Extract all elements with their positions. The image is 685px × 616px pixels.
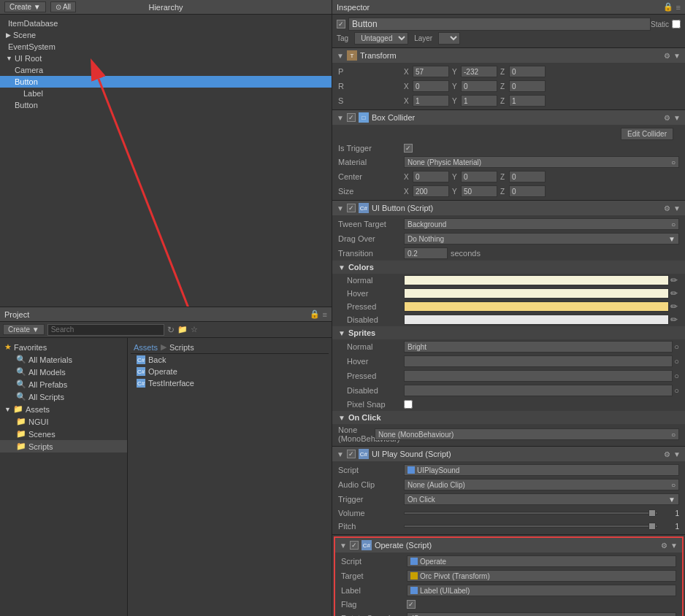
drag-over-dropdown[interactable]: Do Nothing ▼ [404, 233, 679, 245]
ui-button-header[interactable]: ▼ C# UI Button (Script) ⚙ ▼ [332, 201, 685, 215]
notify-dropdown[interactable]: None (MonoBehaviour) ○ [375, 428, 679, 440]
static-checkbox[interactable] [672, 20, 681, 28]
more-icon[interactable]: ▼ [673, 52, 681, 60]
colors-arrow[interactable]: ▼ [338, 263, 345, 272]
sprite-pressed-dropdown[interactable] [404, 370, 673, 382]
sprite-hover-dropdown[interactable] [404, 355, 673, 367]
hierarchy-item[interactable]: Button [0, 99, 332, 111]
trigger-dropdown[interactable]: On Click ▼ [404, 493, 679, 505]
script-field[interactable]: UIPlaySound [404, 464, 679, 476]
all-models-item[interactable]: 🔍 All Models [0, 366, 127, 378]
folder-icon[interactable]: 📁 [177, 325, 188, 334]
pitch-slider[interactable] [404, 525, 658, 528]
active-checkbox[interactable] [337, 20, 345, 28]
playsound-active-checkbox[interactable] [347, 450, 356, 458]
breadcrumb-assets[interactable]: Assets [134, 343, 158, 352]
all-materials-item[interactable]: 🔍 All Materials [0, 353, 127, 366]
pressed-color-swatch[interactable] [404, 301, 669, 312]
scenes-item[interactable]: 📁 Scenes [0, 428, 127, 440]
hierarchy-item[interactable]: EventSystem [0, 41, 332, 53]
tag-dropdown[interactable]: Untagged [354, 32, 408, 45]
size-x-input[interactable] [413, 185, 449, 197]
ngui-item[interactable]: 📁 NGUI [0, 415, 127, 428]
box-collider-header[interactable]: ▼ □ Box Collider ⚙ ▼ [332, 110, 685, 125]
edit-collider-button[interactable]: Edit Collider [621, 128, 673, 140]
pos-y-input[interactable] [461, 66, 497, 77]
center-x-input[interactable] [413, 171, 449, 182]
operate-script-field[interactable]: Operate [407, 555, 676, 567]
ui-play-sound-header[interactable]: ▼ C# UI Play Sound (Script) ⚙ ▼ [332, 447, 685, 461]
normal-color-swatch[interactable] [404, 275, 669, 285]
hierarchy-item[interactable]: Camera [0, 64, 332, 76]
onclick-arrow[interactable]: ▼ [338, 414, 345, 422]
menu-icon[interactable]: ≡ [676, 3, 681, 12]
hierarchy-item-button-selected[interactable]: Button [0, 76, 332, 88]
settings-icon[interactable]: ⚙ [664, 52, 670, 60]
disabled-color-swatch[interactable] [404, 315, 669, 325]
volume-slider[interactable] [404, 512, 658, 515]
audioclip-dropdown[interactable]: None (Audio Clip) ○ [404, 479, 679, 490]
size-z-input[interactable] [509, 185, 546, 197]
transition-input[interactable] [404, 247, 448, 259]
collider-active-checkbox[interactable] [347, 113, 356, 122]
rot-z-input[interactable] [509, 80, 546, 92]
size-y-input[interactable] [461, 185, 497, 197]
more-icon[interactable]: ▼ [673, 204, 681, 212]
more-icon[interactable]: ▼ [670, 542, 678, 550]
scripts-item[interactable]: 📁 Scripts [0, 440, 127, 453]
center-z-input[interactable] [509, 171, 546, 182]
star-icon[interactable]: ☆ [191, 325, 198, 334]
create-button[interactable]: Create ▼ [4, 1, 46, 12]
operate-active-checkbox[interactable] [350, 541, 359, 550]
flag-checkbox[interactable] [407, 600, 416, 609]
rotate-speed-input[interactable] [407, 612, 676, 616]
settings-icon[interactable]: ⚙ [664, 114, 670, 122]
pressed-color-edit[interactable]: ✏ [669, 301, 679, 312]
pixel-snap-checkbox[interactable] [404, 400, 413, 409]
hierarchy-item[interactable]: Label [0, 88, 332, 99]
operate-header[interactable]: ▼ C# Operate (Script) ⚙ ▼ [335, 538, 682, 553]
sprite-normal-dropdown[interactable]: Bright [404, 341, 673, 353]
tween-target-dropdown[interactable]: Background ○ [404, 218, 679, 230]
layer-dropdown[interactable] [438, 32, 460, 45]
all-prefabs-item[interactable]: 🔍 All Prefabs [0, 378, 127, 390]
settings-icon[interactable]: ⚙ [664, 450, 670, 458]
settings-icon[interactable]: ⚙ [661, 542, 667, 550]
hierarchy-item[interactable]: ▶ Scene [0, 29, 332, 41]
file-item-operate[interactable]: C# Operate [131, 366, 329, 377]
transform-header[interactable]: ▼ T Transform ⚙ ▼ [332, 48, 685, 63]
breadcrumb-scripts[interactable]: Scripts [169, 343, 194, 352]
more-icon[interactable]: ≡ [323, 310, 327, 319]
normal-color-edit[interactable]: ✏ [669, 275, 679, 285]
all-button[interactable]: ⊙ All [50, 1, 76, 12]
lock-icon[interactable]: 🔒 [663, 2, 673, 12]
hierarchy-item[interactable]: ▼ UI Root [0, 53, 332, 64]
lock-icon[interactable]: 🔒 [310, 309, 320, 319]
rot-x-input[interactable] [413, 80, 449, 92]
material-dropdown[interactable]: None (Physic Material) ○ [404, 156, 679, 168]
is-trigger-checkbox[interactable] [404, 144, 413, 153]
hover-color-swatch[interactable] [404, 288, 669, 299]
scale-x-input[interactable] [413, 95, 449, 107]
file-item-testinterface[interactable]: C# TestInterface [131, 377, 329, 389]
scale-z-input[interactable] [509, 95, 546, 107]
project-search-input[interactable] [47, 324, 164, 336]
all-scripts-item[interactable]: 🔍 All Scripts [0, 390, 127, 403]
center-y-input[interactable] [461, 171, 497, 182]
scale-y-input[interactable] [461, 95, 497, 107]
project-create-button[interactable]: Create ▼ [3, 324, 45, 335]
sprite-disabled-dropdown[interactable] [404, 385, 673, 396]
rot-y-input[interactable] [461, 80, 497, 92]
refresh-icon[interactable]: ↻ [167, 325, 175, 335]
more-icon[interactable]: ▼ [673, 450, 681, 458]
object-name-input[interactable] [348, 18, 651, 31]
pos-z-input[interactable] [509, 66, 546, 77]
hover-color-edit[interactable]: ✏ [669, 288, 679, 299]
sprites-arrow[interactable]: ▼ [338, 329, 345, 337]
settings-icon[interactable]: ⚙ [664, 204, 670, 212]
label-field[interactable]: Label (UILabel) [407, 585, 676, 596]
file-item-back[interactable]: C# Back [131, 354, 329, 366]
assets-item[interactable]: ▼ 📁 Assets [0, 403, 127, 415]
disabled-color-edit[interactable]: ✏ [669, 315, 679, 325]
hierarchy-item[interactable]: ItemDatabase [0, 18, 332, 29]
